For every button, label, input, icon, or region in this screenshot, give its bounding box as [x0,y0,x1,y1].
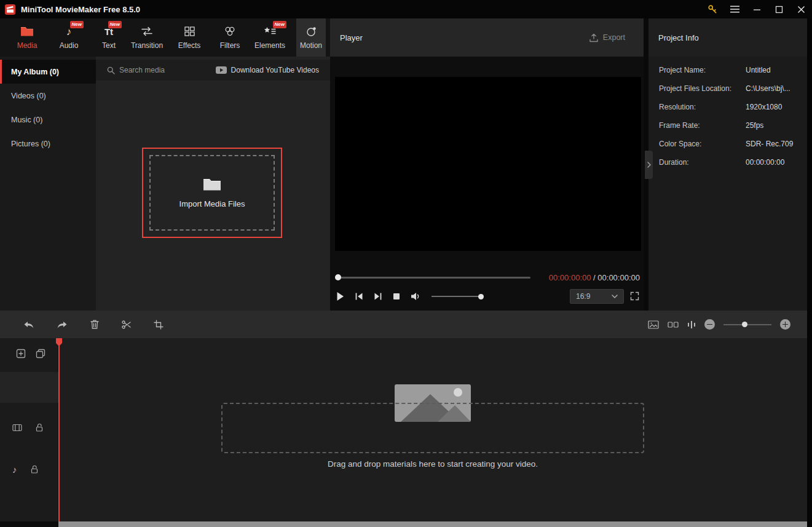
timeline-header-tools [0,346,74,361]
tab-motion[interactable]: Motion [296,18,326,57]
sidebar-item-videos[interactable]: Videos (0) [0,84,96,108]
app-window: MiniTool MovieMaker Free 8.5.0 [0,0,812,527]
player-title: Player [340,33,363,42]
playback-controls [336,288,484,305]
field-label: Project Files Location: [659,84,731,93]
tab-label: Audio [60,41,79,50]
seek-bar[interactable] [335,272,530,282]
tab-audio[interactable]: ♪ New Audio [55,18,82,57]
field-value: C:\Users\bj\... [746,84,790,93]
zoom-out-button[interactable] [704,319,715,330]
project-info-panel: Project Name: Untitled Project Files Loc… [648,57,807,311]
thumbnail-view-icon[interactable] [648,320,659,329]
new-badge: New [273,21,286,28]
redo-button[interactable] [57,320,68,330]
field-value: Untitled [746,66,771,74]
scrollbar-thumb[interactable] [58,521,807,527]
duplicate-clip-icon[interactable] [36,349,45,359]
import-folder-icon [203,177,221,191]
total-time: 00:00:00:00 [597,273,640,282]
timeline-dropzone[interactable] [221,403,644,453]
stop-button[interactable] [393,293,400,300]
sidebar-item-label: Videos (0) [11,92,46,100]
import-media-label: Import Media Files [179,199,245,208]
download-youtube-button[interactable]: Download YouTube Videos [216,66,319,74]
tab-text[interactable]: Tt New Text [97,18,120,57]
undo-button[interactable] [23,320,34,330]
aspect-ratio-select[interactable]: 16:9 [570,289,624,304]
field-value: SDR- Rec.709 [746,140,793,148]
audio-track-note-icon[interactable]: ♪ [12,465,17,474]
video-track-header [0,420,71,435]
search-input[interactable]: Search media [107,66,165,74]
media-folder-icon [20,25,34,38]
playhead-line[interactable] [58,338,60,521]
tab-label: Transition [131,41,163,50]
tab-elements[interactable]: New Elements [254,18,285,57]
zoom-track[interactable] [723,324,771,325]
window-controls [701,0,812,18]
chevron-down-icon [612,295,618,298]
tab-label: Text [102,41,116,50]
media-library-panel: Search media Download YouTube Videos Imp… [96,57,330,311]
app-logo-icon [5,4,15,15]
minimize-button[interactable] [746,0,768,18]
field-value: 1920x1080 [746,103,782,111]
timeline[interactable]: ♪ Drag and drop materials here to start … [0,338,807,521]
previous-frame-button[interactable] [355,292,363,301]
add-clip-icon[interactable] [16,349,26,359]
crop-button[interactable] [154,320,164,330]
field-label: Project Name: [659,66,706,74]
import-media-inner: Import Media Files [149,155,275,231]
video-preview [335,77,641,251]
compact-view-icon[interactable] [668,320,679,329]
sidebar-item-pictures[interactable]: Pictures (0) [0,132,96,156]
volume-slider[interactable] [432,292,484,301]
lock-icon[interactable] [36,423,43,432]
close-button[interactable] [790,0,812,18]
tab-media[interactable]: Media [15,18,39,57]
field-label: Duration: [659,158,689,167]
horizontal-scrollbar[interactable] [0,521,807,527]
split-scissors-button[interactable] [122,320,132,330]
field-label: Frame Rate: [659,121,700,130]
new-badge: New [70,21,84,28]
sidebar-item-music[interactable]: Music (0) [0,108,96,132]
tab-filters[interactable]: Filters [216,18,243,57]
volume-track[interactable] [432,296,484,297]
tab-effects[interactable]: Effects [176,18,203,57]
aspect-ratio-value: 16:9 [576,292,590,301]
current-time: 00:00:00:00 [549,273,591,282]
seek-track[interactable] [335,277,530,279]
export-button[interactable]: Export [589,33,625,42]
download-youtube-label: Download YouTube Videos [231,66,319,74]
seek-knob[interactable] [335,274,341,280]
timeline-view-tools [648,319,807,330]
filters-circles-icon [224,25,235,38]
sidebar-item-my-album[interactable]: My Album (0) [0,60,96,84]
fullscreen-button[interactable] [630,291,639,301]
waveform-view-icon[interactable] [687,320,696,329]
timeline-zoom-slider[interactable] [723,320,771,329]
field-label: Resolution: [659,103,696,111]
menu-icon[interactable] [723,0,746,18]
zoom-knob[interactable] [742,322,747,327]
youtube-icon [216,66,227,74]
import-media-dropzone[interactable]: Import Media Files [142,148,282,238]
next-frame-button[interactable] [374,292,382,301]
lock-icon[interactable] [31,465,38,474]
register-key-icon[interactable] [701,0,723,18]
video-track-icon[interactable] [12,424,22,432]
delete-button[interactable] [90,319,100,330]
project-info-title: Project Info [658,33,699,42]
tab-transition[interactable]: Transition [129,18,165,57]
collapse-panel-button[interactable] [645,151,653,179]
player-header: Player Export [330,18,644,57]
maximize-button[interactable] [768,0,790,18]
volume-icon[interactable] [411,292,421,301]
play-button[interactable] [336,291,344,301]
volume-knob[interactable] [478,294,484,299]
timeline-drop-hint: Drag and drop materials here to start cr… [221,459,644,469]
tab-label: Effects [178,41,200,50]
zoom-in-button[interactable] [780,319,790,330]
